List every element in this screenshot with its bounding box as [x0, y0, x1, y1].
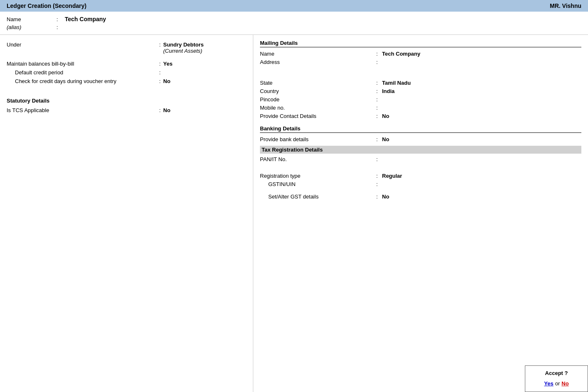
- pan-row: PAN/IT No. :: [260, 156, 581, 162]
- tcs-colon: :: [157, 107, 163, 113]
- alias-row: (alias) :: [7, 24, 581, 30]
- set-alter-colon: :: [376, 194, 382, 200]
- mailing-header: Mailing Details: [260, 40, 581, 47]
- mobile-colon: :: [376, 105, 382, 111]
- check-credit-row: Check for credit days during voucher ent…: [7, 78, 246, 84]
- name-value: Tech Company: [65, 16, 106, 22]
- under-value: Sundry Debtors (Current Assets): [163, 42, 246, 54]
- mobile-row: Mobile no. :: [260, 105, 581, 111]
- mobile-label: Mobile no.: [260, 105, 376, 111]
- country-label: Country: [260, 88, 376, 94]
- default-credit-colon: :: [157, 69, 163, 76]
- check-credit-colon: :: [157, 78, 163, 84]
- accept-no-button[interactable]: No: [561, 380, 568, 387]
- tcs-label: Is TCS Applicable: [7, 107, 157, 113]
- accept-options: Yes or No: [530, 380, 583, 387]
- maintain-row: Maintain balances bill-by-bill : Yes: [7, 61, 246, 67]
- pan-label: PAN/IT No.: [260, 156, 376, 162]
- set-alter-row: Set/Alter GST details : No: [260, 194, 581, 200]
- set-alter-value: No: [382, 194, 389, 200]
- mailing-name-row: Name : Tech Company: [260, 51, 581, 57]
- country-row: Country : India: [260, 88, 581, 94]
- accept-title: Accept ?: [530, 370, 583, 376]
- set-alter-label: Set/Alter GST details: [260, 194, 376, 200]
- check-credit-value: No: [163, 78, 246, 84]
- state-label: State: [260, 80, 376, 86]
- check-credit-label: Check for credit days during voucher ent…: [7, 78, 157, 84]
- header-bar: Ledger Creation (Secondary) MR. Vishnu: [0, 0, 588, 12]
- gstin-colon: :: [376, 181, 382, 187]
- statutory-header: Statutory Details: [7, 98, 246, 104]
- accept-or-text: or: [555, 380, 560, 387]
- under-colon: :: [157, 42, 163, 48]
- provide-contact-label: Provide Contact Details: [260, 113, 376, 119]
- address-label: Address: [260, 59, 376, 65]
- pincode-row: Pincode :: [260, 96, 581, 103]
- state-row: State : Tamil Nadu: [260, 80, 581, 86]
- body-section: Under : Sundry Debtors (Current Assets) …: [0, 35, 588, 392]
- address-colon: :: [376, 59, 382, 65]
- pincode-colon: :: [376, 96, 382, 103]
- alias-label: (alias): [7, 24, 56, 30]
- pincode-label: Pincode: [260, 96, 376, 103]
- under-sub: (Current Assets): [163, 48, 202, 54]
- accept-dialog: Accept ? Yes or No: [525, 365, 588, 392]
- tax-header: Tax Registration Details: [260, 146, 581, 154]
- country-value: India: [382, 88, 394, 94]
- provide-contact-row: Provide Contact Details : No: [260, 113, 581, 119]
- reg-type-value: Regular: [382, 173, 402, 179]
- name-row: Name : Tech Company: [7, 16, 581, 22]
- name-colon: :: [56, 16, 65, 22]
- default-credit-row: Default credit period :: [7, 69, 246, 76]
- maintain-colon: :: [157, 61, 163, 67]
- reg-type-label: Registration type: [260, 173, 376, 179]
- left-panel: Under : Sundry Debtors (Current Assets) …: [0, 35, 253, 392]
- right-panel: Mailing Details Name : Tech Company Addr…: [253, 35, 588, 392]
- header-user: MR. Vishnu: [550, 2, 581, 9]
- bank-details-label: Provide bank details: [260, 136, 376, 142]
- maintain-label: Maintain balances bill-by-bill: [7, 61, 157, 67]
- country-colon: :: [376, 88, 382, 94]
- under-row: Under : Sundry Debtors (Current Assets): [7, 42, 246, 54]
- tcs-row: Is TCS Applicable : No: [7, 107, 246, 113]
- under-value-bold: Sundry Debtors: [163, 42, 204, 48]
- main-content: Name : Tech Company (alias) : Under : Su…: [0, 12, 588, 392]
- provide-contact-colon: :: [376, 113, 382, 119]
- bank-details-value: No: [382, 136, 389, 142]
- maintain-value: Yes: [163, 61, 246, 67]
- mailing-name-label: Name: [260, 51, 376, 57]
- reg-type-colon: :: [376, 173, 382, 179]
- bank-details-row: Provide bank details : No: [260, 136, 581, 142]
- address-row: Address :: [260, 59, 581, 65]
- gstin-row: GSTIN/UIN :: [260, 181, 581, 187]
- header-title: Ledger Creation (Secondary): [7, 2, 86, 9]
- name-label: Name: [7, 16, 56, 22]
- bank-details-colon: :: [376, 136, 382, 142]
- state-value: Tamil Nadu: [382, 80, 411, 86]
- accept-yes-button[interactable]: Yes: [544, 380, 553, 387]
- gstin-label: GSTIN/UIN: [260, 181, 376, 187]
- tcs-value: No: [163, 107, 246, 113]
- state-colon: :: [376, 80, 382, 86]
- reg-type-row: Registration type : Regular: [260, 173, 581, 179]
- default-credit-label: Default credit period: [7, 69, 157, 76]
- alias-colon: :: [56, 24, 65, 30]
- provide-contact-value: No: [382, 113, 389, 119]
- pan-colon: :: [376, 156, 382, 162]
- mailing-name-colon: :: [376, 51, 382, 57]
- mailing-name-value: Tech Company: [382, 51, 420, 57]
- under-label: Under: [7, 42, 157, 48]
- top-section: Name : Tech Company (alias) :: [0, 12, 588, 35]
- banking-header: Banking Details: [260, 125, 581, 133]
